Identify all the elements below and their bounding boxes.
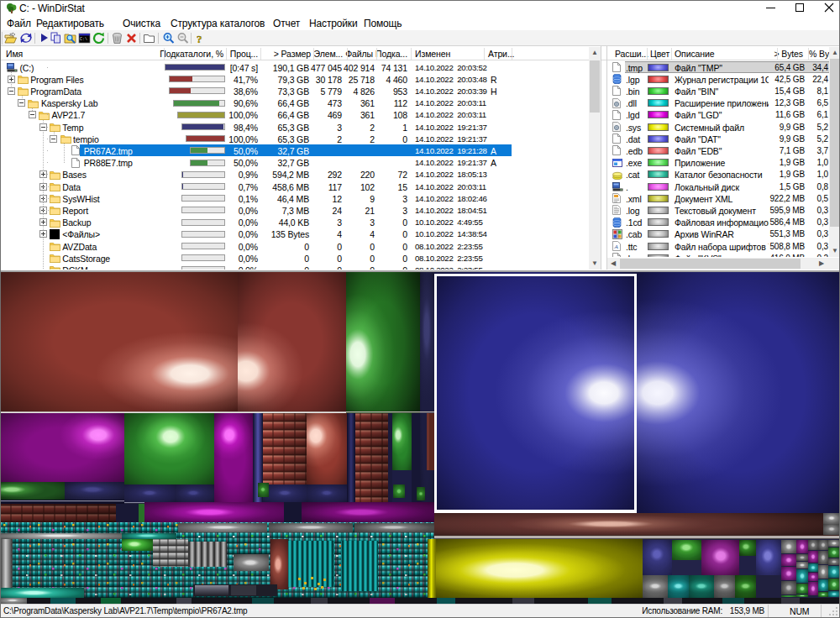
svg-text:?: ?: [197, 33, 202, 45]
svg-text:C:\: C:\: [80, 37, 87, 42]
svg-text:A: A: [613, 244, 618, 250]
